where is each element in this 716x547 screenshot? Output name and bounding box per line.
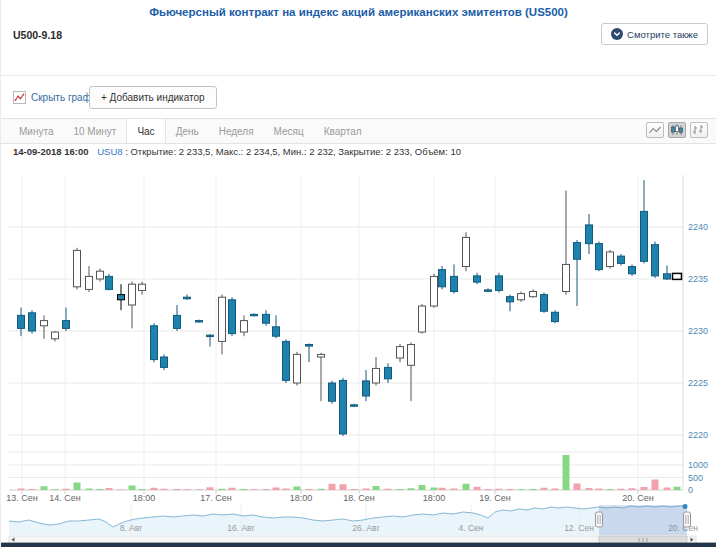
candle[interactable] xyxy=(485,290,492,291)
candle[interactable] xyxy=(74,250,81,286)
tab-minute[interactable]: Минута xyxy=(9,119,63,143)
candle[interactable] xyxy=(530,291,537,296)
candle[interactable] xyxy=(563,264,570,291)
candle[interactable] xyxy=(351,405,358,406)
navigator-handle-right[interactable] xyxy=(684,512,691,527)
x-axis-label: 18:00 xyxy=(423,493,446,503)
candle[interactable] xyxy=(106,276,113,289)
x-axis-label: 18:00 xyxy=(133,493,156,503)
volume-bar xyxy=(283,489,290,491)
volume-bar xyxy=(29,489,36,490)
volume-bar xyxy=(351,489,358,490)
candle[interactable] xyxy=(207,335,214,336)
navigator-handle-left[interactable] xyxy=(596,512,603,527)
info-ohlc-summary: : Открытие: 2 233,5, Макс.: 2 234,5, Мин… xyxy=(125,146,461,157)
candle[interactable] xyxy=(518,294,525,300)
candle[interactable] xyxy=(439,270,446,287)
volume-bar xyxy=(251,489,258,490)
candle[interactable] xyxy=(306,345,313,347)
line-chart-icon-button[interactable] xyxy=(646,122,664,138)
candle[interactable] xyxy=(340,380,347,434)
candle[interactable] xyxy=(118,295,125,300)
volume-bar xyxy=(106,488,113,490)
candle[interactable] xyxy=(174,315,181,328)
candle[interactable] xyxy=(329,383,336,401)
volume-bar xyxy=(496,489,503,490)
candle[interactable] xyxy=(263,314,270,323)
candle[interactable] xyxy=(161,357,168,367)
volume-bar xyxy=(552,489,559,491)
scrollbar-track[interactable] xyxy=(9,536,696,544)
candle[interactable] xyxy=(641,211,648,261)
volume-bar xyxy=(41,486,48,490)
candlestick-chart-icon-button[interactable] xyxy=(668,122,686,138)
candle[interactable] xyxy=(86,276,93,289)
candle[interactable] xyxy=(184,297,191,299)
candle[interactable] xyxy=(552,312,559,321)
candle[interactable] xyxy=(283,341,290,380)
candle[interactable] xyxy=(474,276,481,282)
candle[interactable] xyxy=(451,276,458,291)
candle[interactable] xyxy=(507,297,514,302)
candle[interactable] xyxy=(652,245,659,276)
candle[interactable] xyxy=(664,274,671,279)
candle[interactable] xyxy=(229,300,236,334)
candle[interactable] xyxy=(129,284,136,305)
candle[interactable] xyxy=(363,381,370,396)
tab-month[interactable]: Месяц xyxy=(264,119,314,143)
candle[interactable] xyxy=(251,314,258,315)
tab-quarter[interactable]: Квартал xyxy=(314,119,372,143)
candle[interactable] xyxy=(219,297,226,341)
navigator-date-label: 12. Сен xyxy=(564,523,594,533)
x-axis-label: 14. Сен xyxy=(49,493,81,503)
candle[interactable] xyxy=(294,354,301,383)
candle[interactable] xyxy=(596,244,603,270)
candle[interactable] xyxy=(419,306,426,332)
volume-bar xyxy=(118,490,125,491)
candle[interactable] xyxy=(97,271,104,279)
hide-chart-link[interactable]: Скрыть график xyxy=(13,91,101,104)
navigator-selection[interactable] xyxy=(599,505,687,535)
tab-day[interactable]: День xyxy=(166,119,209,143)
candle[interactable] xyxy=(385,367,392,378)
candle[interactable] xyxy=(63,321,70,329)
candle[interactable] xyxy=(607,252,614,267)
volume-bar xyxy=(439,488,446,490)
candle[interactable] xyxy=(629,267,636,274)
info-ticker-link[interactable]: USU8 xyxy=(97,146,122,157)
see-also-button[interactable]: Смотрите также xyxy=(601,23,708,45)
candle[interactable] xyxy=(618,256,625,263)
candle[interactable] xyxy=(586,225,593,244)
volume-bar xyxy=(207,487,214,490)
tab-week[interactable]: Неделя xyxy=(209,119,264,143)
candle[interactable] xyxy=(431,276,438,306)
candle[interactable] xyxy=(139,284,146,290)
candle[interactable] xyxy=(408,345,415,366)
candle[interactable] xyxy=(373,368,380,383)
candle[interactable] xyxy=(41,321,48,326)
candle[interactable] xyxy=(574,243,581,260)
price-volume-chart[interactable]: 13. Сен14. Сен18:0017. Сен18:0018. Сен18… xyxy=(1,165,716,547)
candle[interactable] xyxy=(463,237,470,266)
candle[interactable] xyxy=(29,313,36,331)
candle[interactable] xyxy=(397,347,404,358)
candle[interactable] xyxy=(241,321,248,332)
add-indicator-button[interactable]: + Добавить индикатор xyxy=(89,86,217,109)
volume-bar xyxy=(618,489,625,490)
candle[interactable] xyxy=(318,354,325,357)
candle[interactable] xyxy=(496,276,503,291)
ohlc-chart-icon-button[interactable] xyxy=(690,122,708,138)
timeframe-tabs: Минута 10 Минут Час День Неделя Месяц Кв… xyxy=(1,118,716,144)
candle[interactable] xyxy=(273,327,280,336)
candle[interactable] xyxy=(541,295,548,312)
candle[interactable] xyxy=(196,321,203,322)
tab-10-minutes[interactable]: 10 Минут xyxy=(63,119,126,143)
candle[interactable] xyxy=(151,326,158,360)
price-axis-label: 2225 xyxy=(688,378,708,388)
volume-bar xyxy=(586,488,593,490)
tab-hour[interactable]: Час xyxy=(126,119,165,143)
candle[interactable] xyxy=(52,332,59,339)
volume-bar xyxy=(306,489,313,490)
candle[interactable] xyxy=(18,315,25,328)
page-title: Фьючерсный контракт на индекс акций амер… xyxy=(1,6,716,18)
